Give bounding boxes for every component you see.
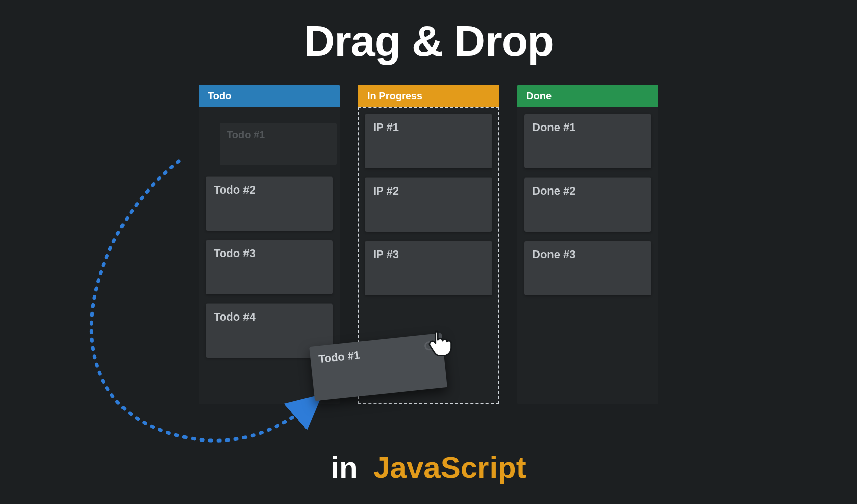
column-done: Done Done #1 Done #2 Done #3 <box>517 85 658 404</box>
card-placeholder[interactable]: Todo #1 <box>220 123 337 165</box>
card-done-2[interactable]: Done #2 <box>524 177 651 232</box>
page-title: Drag & Drop <box>0 16 857 66</box>
column-body-done[interactable]: Done #1 Done #2 Done #3 <box>517 107 658 404</box>
dragging-card-label: Todo #1 <box>318 349 360 366</box>
column-header-todo: Todo <box>199 85 340 107</box>
card-done-3[interactable]: Done #3 <box>524 241 651 295</box>
subtitle: in JavaScript <box>0 450 857 485</box>
card-ip-3[interactable]: IP #3 <box>365 241 492 295</box>
column-header-done: Done <box>517 85 658 107</box>
card-done-1[interactable]: Done #1 <box>524 114 651 168</box>
column-header-in-progress: In Progress <box>358 85 499 107</box>
drag-handle-icon <box>424 341 434 351</box>
subtitle-tech: JavaScript <box>373 451 526 484</box>
subtitle-prefix: in <box>331 451 357 484</box>
card-ip-2[interactable]: IP #2 <box>365 177 492 232</box>
card-todo-2[interactable]: Todo #2 <box>206 176 333 231</box>
card-todo-3[interactable]: Todo #3 <box>206 240 333 294</box>
card-ip-1[interactable]: IP #1 <box>365 114 492 168</box>
